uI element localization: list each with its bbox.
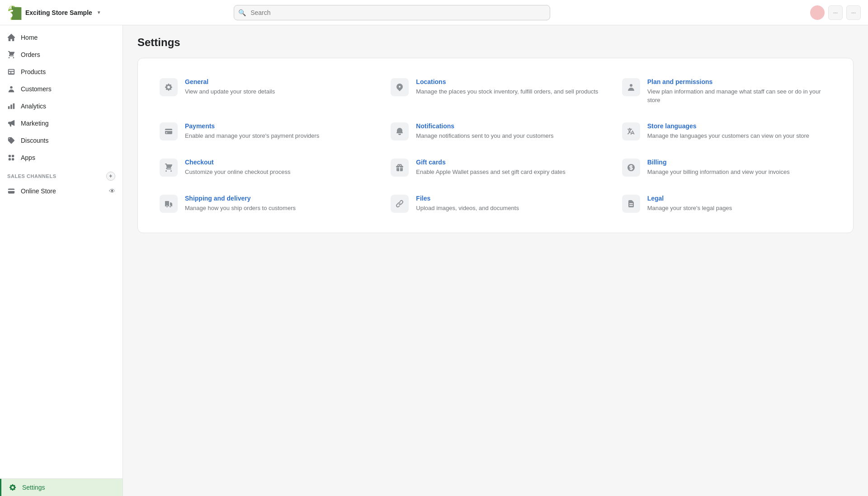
settings-item-files[interactable]: Files Upload images, videos, and documen… [380, 186, 611, 222]
settings-link-shipping[interactable]: Shipping and delivery [185, 195, 369, 202]
topbar-btn-1[interactable]: ··· [828, 5, 843, 20]
gift-icon [391, 159, 409, 177]
settings-item-store-languages[interactable]: Store languages Manage the languages you… [611, 113, 842, 150]
settings-item-general[interactable]: General View and update your store detai… [149, 69, 380, 113]
settings-text-billing: Billing Manage your billing information … [647, 159, 831, 176]
settings-link-notifications[interactable]: Notifications [416, 122, 600, 130]
sidebar-item-marketing[interactable]: Marketing [0, 115, 123, 132]
settings-link-plan-permissions[interactable]: Plan and permissions [647, 78, 831, 85]
settings-text-plan-permissions: Plan and permissions View plan informati… [647, 78, 831, 104]
settings-text-legal: Legal Manage your store's legal pages [647, 195, 831, 212]
bell-icon [391, 122, 409, 140]
billing-icon [622, 159, 640, 177]
settings-desc-plan-permissions: View plan information and manage what st… [647, 88, 821, 103]
legal-icon [622, 195, 640, 213]
settings-link-general[interactable]: General [185, 78, 369, 85]
settings-item-checkout[interactable]: Checkout Customize your online checkout … [149, 150, 380, 186]
orders-icon [7, 51, 16, 59]
settings-link-billing[interactable]: Billing [647, 159, 831, 166]
sidebar-item-discounts-label: Discounts [21, 137, 48, 144]
sales-channels-label: SALES CHANNELS [7, 173, 57, 179]
settings-text-shipping: Shipping and delivery Manage how you shi… [185, 195, 369, 212]
settings-link-payments[interactable]: Payments [185, 122, 369, 130]
settings-desc-general: View and update your store details [185, 88, 275, 95]
sidebar-item-settings-label: Settings [22, 484, 45, 491]
settings-item-notifications[interactable]: Notifications Manage notifications sent … [380, 113, 611, 150]
settings-text-store-languages: Store languages Manage the languages you… [647, 122, 831, 140]
payment-icon [160, 122, 178, 140]
search-input[interactable] [234, 5, 550, 20]
settings-item-legal[interactable]: Legal Manage your store's legal pages [611, 186, 842, 222]
settings-item-shipping[interactable]: Shipping and delivery Manage how you shi… [149, 186, 380, 222]
sidebar-item-customers-label: Customers [21, 85, 52, 93]
sidebar-item-customers[interactable]: Customers [0, 80, 123, 98]
sidebar-item-home[interactable]: Home [0, 29, 123, 46]
sidebar-item-online-store[interactable]: Online Store 👁 [0, 182, 123, 200]
settings-text-gift-cards: Gift cards Enable Apple Wallet passes an… [416, 159, 600, 176]
sidebar-item-settings[interactable]: Settings [0, 479, 123, 496]
settings-link-legal[interactable]: Legal [647, 195, 831, 202]
settings-desc-checkout: Customize your online checkout process [185, 168, 290, 175]
settings-desc-locations: Manage the places you stock inventory, f… [416, 88, 598, 95]
link-icon [391, 195, 409, 213]
marketing-icon [7, 119, 16, 127]
online-store-view-icon[interactable]: 👁 [109, 187, 115, 195]
discounts-icon [7, 136, 16, 145]
settings-item-billing[interactable]: Billing Manage your billing information … [611, 150, 842, 186]
settings-card: General View and update your store detai… [137, 58, 854, 233]
search-bar: 🔍 [234, 5, 550, 20]
sidebar-item-apps-label: Apps [21, 154, 35, 161]
sidebar-item-discounts[interactable]: Discounts [0, 132, 123, 149]
person-icon [622, 78, 640, 96]
settings-text-general: General View and update your store detai… [185, 78, 369, 96]
home-icon [7, 33, 16, 42]
settings-grid: General View and update your store detai… [149, 69, 842, 222]
settings-desc-notifications: Manage notifications sent to you and you… [416, 132, 553, 139]
settings-item-plan-permissions[interactable]: Plan and permissions View plan informati… [611, 69, 842, 113]
settings-item-locations[interactable]: Locations Manage the places you stock in… [380, 69, 611, 113]
sidebar-item-analytics[interactable]: Analytics [0, 98, 123, 115]
settings-desc-gift-cards: Enable Apple Wallet passes and set gift … [416, 168, 565, 175]
language-icon [622, 122, 640, 140]
avatar [810, 5, 825, 20]
gear-icon [160, 78, 178, 96]
sidebar-item-home-label: Home [21, 34, 38, 41]
online-store-label: Online Store [21, 187, 56, 195]
settings-text-payments: Payments Enable and manage your store's … [185, 122, 369, 140]
sidebar-item-marketing-label: Marketing [21, 120, 48, 127]
sidebar: Home Orders Products Customers [0, 25, 123, 496]
sidebar-item-products[interactable]: Products [0, 63, 123, 80]
settings-text-locations: Locations Manage the places you stock in… [416, 78, 600, 96]
sidebar-item-orders-label: Orders [21, 51, 40, 58]
settings-link-store-languages[interactable]: Store languages [647, 122, 831, 130]
add-sales-channel-button[interactable]: + [106, 172, 115, 181]
store-logo[interactable]: Exciting Store Sample ▼ [7, 5, 101, 20]
online-store-icon [7, 187, 16, 195]
settings-text-notifications: Notifications Manage notifications sent … [416, 122, 600, 140]
settings-desc-store-languages: Manage the languages your customers can … [647, 132, 809, 139]
topbar-actions: ··· ··· [810, 5, 861, 20]
page-title: Settings [137, 36, 854, 49]
settings-desc-legal: Manage your store's legal pages [647, 205, 732, 211]
settings-link-locations[interactable]: Locations [416, 78, 600, 85]
cart-icon [160, 159, 178, 177]
settings-link-checkout[interactable]: Checkout [185, 159, 369, 166]
settings-link-files[interactable]: Files [416, 195, 600, 202]
search-icon: 🔍 [238, 9, 246, 16]
settings-text-checkout: Checkout Customize your online checkout … [185, 159, 369, 176]
main-content: Settings General View and update your st… [123, 25, 868, 496]
settings-link-gift-cards[interactable]: Gift cards [416, 159, 600, 166]
settings-icon [9, 483, 18, 491]
store-dropdown-icon: ▼ [97, 10, 101, 15]
products-icon [7, 68, 16, 76]
topbar-btn-2[interactable]: ··· [846, 5, 861, 20]
nav-list: Home Orders Products Customers [0, 25, 123, 478]
store-name-label: Exciting Store Sample [25, 9, 92, 16]
sidebar-item-apps[interactable]: Apps [0, 149, 123, 166]
apps-icon [7, 154, 16, 162]
sales-channels-section: SALES CHANNELS + [0, 166, 123, 182]
settings-item-payments[interactable]: Payments Enable and manage your store's … [149, 113, 380, 150]
settings-item-gift-cards[interactable]: Gift cards Enable Apple Wallet passes an… [380, 150, 611, 186]
location-icon [391, 78, 409, 96]
sidebar-item-orders[interactable]: Orders [0, 46, 123, 63]
